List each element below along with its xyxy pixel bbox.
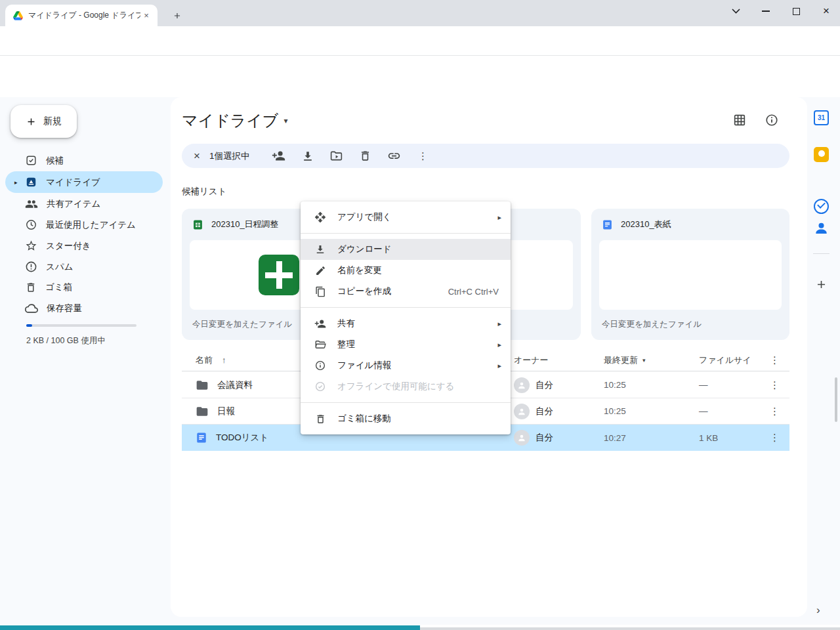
sidebar-item-trash[interactable]: ゴミ箱 (5, 276, 163, 298)
menu-shortcut: Ctrl+C Ctrl+V (448, 287, 499, 297)
drive-header: ドライブ ? ECCS Cloud Mail Infor (0, 56, 840, 97)
google-contacts-icon[interactable] (814, 220, 829, 236)
move-to-folder-icon[interactable] (322, 146, 351, 166)
copy-link-icon[interactable] (380, 146, 409, 166)
clock-icon (25, 219, 37, 231)
google-calendar-icon[interactable]: 31 (814, 110, 829, 125)
menu-item-file-info[interactable]: ファイル情報 ▸ (301, 355, 511, 376)
tab-close-icon[interactable]: × (140, 10, 152, 22)
menu-item-download[interactable]: ダウンロード (301, 239, 511, 260)
file-card-cover[interactable]: 202310_表紙 今日変更を加えたファイル (591, 209, 789, 340)
suggestions-section-label: 候補リスト (182, 186, 226, 198)
sheets-file-icon (192, 219, 203, 230)
rail-divider (813, 253, 830, 254)
new-button[interactable]: 新規 (10, 105, 77, 138)
column-header-name[interactable]: 名前 ↑ (196, 349, 226, 371)
browser-tab[interactable]: マイドライブ - Google ドライブ × (5, 5, 158, 26)
tab-search-chevron-icon[interactable] (722, 0, 749, 22)
storage-progress-fill (26, 324, 32, 327)
row-kebab-icon[interactable]: ⋮ (770, 372, 780, 398)
scrollbar-thumb[interactable] (835, 377, 837, 422)
more-actions-kebab-icon[interactable]: ⋮ (409, 146, 438, 166)
column-header-modified[interactable]: 最終更新 ▾ (604, 349, 646, 371)
menu-item-share[interactable]: 共有 ▸ (301, 313, 511, 334)
menu-divider (301, 233, 511, 234)
sort-asc-icon: ↑ (222, 355, 226, 365)
sidebar-item-recent[interactable]: 最近使用したアイテム (5, 214, 163, 236)
expand-arrow-icon[interactable]: ▸ (14, 179, 18, 186)
cloud-icon (25, 302, 38, 315)
window-minimize-button[interactable] (752, 0, 780, 22)
alert-icon (25, 261, 37, 273)
trash-icon[interactable] (351, 146, 380, 166)
owner-avatar (514, 404, 530, 419)
context-menu: アプリで開く ▸ ダウンロード 名前を変更 コピーを作成 Ctrl+C Ctrl… (301, 201, 511, 434)
download-icon (314, 243, 326, 255)
docs-file-icon (196, 432, 207, 444)
sidebar-item-storage[interactable]: 保存容量 (5, 297, 163, 319)
sheets-logo-large (259, 255, 299, 295)
trash-icon (314, 413, 326, 425)
storage-usage-text: 2 KB / 100 GB 使用中 (26, 335, 106, 346)
my-drive-icon (25, 176, 37, 188)
row-kebab-icon[interactable]: ⋮ (770, 398, 780, 424)
table-header-kebab-icon[interactable]: ⋮ (770, 349, 780, 371)
menu-item-make-copy[interactable]: コピーを作成 Ctrl+C Ctrl+V (301, 281, 511, 302)
sidebar-item-my-drive[interactable]: ▸ マイドライブ (5, 171, 163, 193)
collapse-panel-chevron-icon[interactable]: › (816, 604, 820, 617)
menu-item-rename[interactable]: 名前を変更 (301, 260, 511, 281)
selection-toolbar: × 1個選択中 ⋮ (182, 144, 789, 168)
submenu-arrow-icon: ▸ (497, 213, 501, 222)
list-grid-view-toggle-icon[interactable] (732, 113, 747, 127)
new-tab-button[interactable] (168, 7, 186, 25)
menu-item-organize[interactable]: 整理 ▸ (301, 334, 511, 355)
browser-window: マイドライブ - Google ドライブ × × ← → ↻ drive.goo… (0, 0, 840, 630)
google-tasks-icon[interactable] (814, 199, 829, 214)
copy-icon (314, 285, 326, 297)
page-title[interactable]: マイドライブ ▾ (182, 110, 287, 131)
submenu-arrow-icon: ▸ (497, 362, 501, 370)
sidebar-item-suggestions[interactable]: 候補 (5, 150, 163, 171)
details-info-icon[interactable] (765, 113, 779, 127)
selection-count: 1個選択中 (209, 150, 250, 162)
menu-item-offline: オフラインで使用可能にする (301, 376, 511, 397)
info-icon (314, 360, 326, 371)
owner-avatar (514, 377, 530, 393)
download-icon[interactable] (293, 146, 322, 166)
owner-avatar (514, 430, 530, 446)
folder-icon (196, 379, 209, 392)
card-caption: 今日変更を加えたファイル (602, 319, 779, 330)
organize-folder-icon (314, 339, 326, 350)
submenu-arrow-icon: ▸ (497, 320, 501, 328)
storage-progress-bar (26, 324, 136, 327)
card-file-name: 202310_表紙 (621, 219, 671, 230)
folder-icon (196, 405, 209, 418)
sidebar-item-starred[interactable]: スター付き (5, 235, 163, 257)
submenu-arrow-icon: ▸ (497, 341, 501, 349)
sidebar-item-spam[interactable]: スパム (5, 256, 163, 278)
share-person-add-icon[interactable] (264, 146, 293, 166)
share-person-add-icon (314, 318, 326, 329)
bottom-gray-bar (420, 627, 840, 630)
rail-add-icon[interactable] (815, 278, 828, 291)
bottom-teal-bar (0, 625, 420, 630)
card-file-name: 202310_日程調整 (211, 219, 279, 230)
menu-item-open-with[interactable]: アプリで開く ▸ (301, 207, 511, 228)
people-icon (25, 198, 38, 211)
column-header-size[interactable]: ファイルサイ (699, 349, 751, 371)
row-kebab-icon[interactable]: ⋮ (770, 425, 780, 451)
google-keep-icon[interactable] (814, 147, 829, 162)
clear-selection-icon[interactable]: × (194, 150, 209, 163)
title-caret-icon: ▾ (284, 116, 287, 125)
check-square-icon (25, 154, 37, 167)
sidebar-item-shared[interactable]: 共有アイテム (5, 193, 163, 215)
menu-item-move-to-trash[interactable]: ゴミ箱に移動 (301, 408, 511, 429)
window-maximize-button[interactable] (782, 0, 810, 22)
open-with-icon (314, 211, 326, 223)
sort-desc-icon: ▾ (642, 357, 646, 364)
window-close-button[interactable]: × (812, 0, 840, 22)
tab-title: マイドライブ - Google ドライブ (28, 10, 140, 21)
browser-titlebar: マイドライブ - Google ドライブ × × (0, 0, 840, 26)
rename-pencil-icon (314, 264, 326, 276)
column-header-owner[interactable]: オーナー (514, 349, 549, 371)
